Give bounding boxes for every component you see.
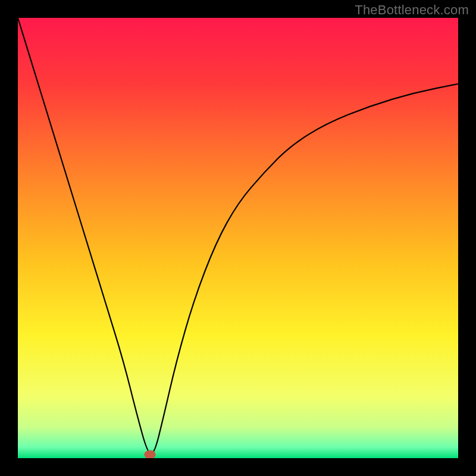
- watermark-text: TheBottleneck.com: [355, 2, 469, 18]
- chart-svg: [18, 18, 458, 458]
- chart-frame: TheBottleneck.com: [0, 0, 476, 476]
- plot-area: [18, 18, 458, 458]
- gradient-rect: [18, 18, 458, 458]
